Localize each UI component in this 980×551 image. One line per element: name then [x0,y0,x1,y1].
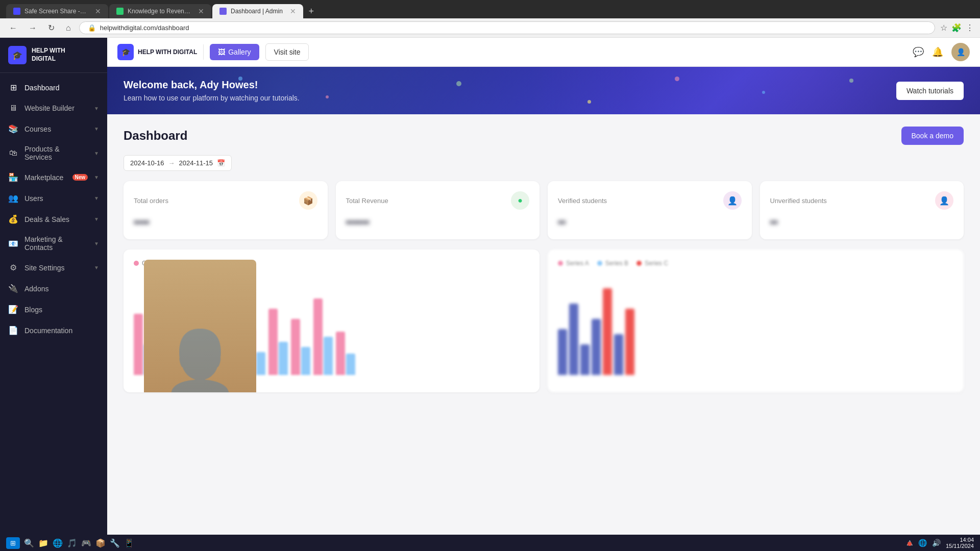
sidebar-item-documentation[interactable]: 📄 Documentation [0,320,107,341]
taskbar-volume-icon[interactable]: 🔊 [932,539,941,547]
documentation-icon: 📄 [8,325,18,335]
bar-revenue-7 [279,342,288,375]
taskbar-tools-icon[interactable]: 🔧 [110,538,120,548]
date-to: 2024-11-15 [179,159,213,167]
sidebar-item-website-builder[interactable]: 🖥 Website Builder ▼ [0,98,107,118]
sidebar-item-marketplace[interactable]: 🏪 Marketplace New ▼ [0,167,107,188]
taskbar-package-icon[interactable]: 📦 [95,538,106,548]
dashboard-title: Dashboard [124,129,187,143]
sidebar-item-marketing-contacts[interactable]: 📧 Marketing & Contacts ▼ [0,230,107,257]
blogs-icon: 📝 [8,305,18,314]
taskbar-date: 15/11/2024 [946,543,974,549]
taskbar-right: ⚠ 🌐 🔊 14:04 15/11/2024 [906,537,974,549]
nav-label-site-settings: Site Settings [24,264,88,272]
new-tab-button[interactable]: + [304,4,318,18]
chart-legend-b: Series B [597,260,628,267]
nav-label-blogs: Blogs [24,306,99,314]
sidebar: 🎓 HELP WITHDIGITAL ⊞ Dashboard 🖥 Website… [0,38,107,535]
stat-label-orders: Total orders [134,197,168,205]
visit-site-button[interactable]: Visit site [265,43,309,61]
stat-card-total-revenue: Total Revenue ● •••••• [336,181,540,239]
tab-close-3[interactable]: ✕ [290,7,296,15]
dashboard-icon: ⊞ [8,83,18,92]
topbar-logo-icon: 🎓 [117,44,134,60]
chevron-down-icon-8: ▼ [94,265,99,270]
content-area: Welcome back, Ady Howes! Learn how to us… [107,67,980,535]
taskbar-time: 14:04 15/11/2024 [946,537,974,549]
taskbar-search-icon[interactable]: 🔍 [24,538,34,548]
nav-label-dashboard: Dashboard [24,84,99,92]
date-range-picker[interactable]: 2024-10-16 → 2024-11-15 📅 [124,155,232,171]
stat-icon-revenue: ● [511,191,529,210]
sidebar-item-deals-sales[interactable]: 💰 Deals & Sales ▼ [0,209,107,230]
welcome-heading: Welcome back, Ady Howes! [124,79,300,91]
sidebar-item-courses[interactable]: 📚 Courses ▼ [0,118,107,139]
bar-s6-1 [614,334,623,375]
start-button[interactable]: ⊞ [6,537,20,549]
address-bar[interactable]: 🔒 helpwithdigital.com/dashboard [79,21,935,34]
chat-icon[interactable]: 💬 [913,46,924,58]
avatar[interactable]: 👤 [951,43,970,61]
bar-s2-1 [569,304,578,375]
bar-group-10 [336,332,355,375]
book-demo-button[interactable]: Book a demo [901,127,964,145]
bell-icon[interactable]: 🔔 [932,46,943,58]
dashboard-header: Dashboard Book a demo [124,127,964,145]
sidebar-item-users[interactable]: 👥 Users ▼ [0,188,107,209]
addons-icon: 🔌 [8,284,18,293]
chevron-down-icon-6: ▼ [94,216,99,222]
taskbar-network-icon[interactable]: 🌐 [918,539,927,547]
sidebar-item-products-services[interactable]: 🛍 Products & Services ▼ [0,139,107,167]
nav-label-products-services: Products & Services [24,145,88,161]
marketplace-badge: New [72,174,88,181]
tab-label-3: Dashboard | Admin [231,8,283,15]
products-icon: 🛍 [8,148,18,158]
welcome-banner: Welcome back, Ady Howes! Learn how to us… [107,67,980,114]
taskbar-phone-icon[interactable]: 📱 [124,538,134,548]
warning-badge [908,542,912,546]
sidebar-item-addons[interactable]: 🔌 Addons [0,278,107,299]
gallery-button[interactable]: 🖼 Gallery [210,44,259,60]
stat-card-total-orders: Total orders 📦 •••• [124,181,328,239]
nav-label-courses: Courses [24,125,88,133]
sidebar-item-site-settings[interactable]: ⚙ Site Settings ▼ [0,257,107,278]
sidebar-item-blogs[interactable]: 📝 Blogs [0,299,107,320]
watch-tutorials-button[interactable]: Watch tutorials [896,82,964,100]
back-button[interactable]: ← [6,22,20,34]
nav-label-marketplace: Marketplace [24,173,66,182]
tab-label-2: Knowledge to Revenue | Desig... [128,8,191,15]
chevron-down-icon-3: ▼ [94,151,99,156]
nav-label-users: Users [24,194,88,203]
taskbar-files-icon[interactable]: 📁 [38,538,48,548]
topbar: 🎓 HELP WITH DIGITAL 🖼 Gallery Visit site… [107,38,980,67]
bar-chart-2 [558,273,953,375]
topbar-logo: 🎓 HELP WITH DIGITAL [117,44,197,60]
app-layout: 🎓 HELP WITHDIGITAL ⊞ Dashboard 🖥 Website… [0,38,980,535]
taskbar-music-icon[interactable]: 🎵 [67,538,77,548]
tab-close-1[interactable]: ✕ [95,7,101,15]
bar-group-7 [268,309,288,375]
sidebar-item-dashboard[interactable]: ⊞ Dashboard [0,77,107,98]
users-icon: 👥 [8,193,18,203]
home-button[interactable]: ⌂ [63,22,74,34]
forward-button[interactable]: → [26,22,40,34]
bar-group-s3 [580,344,590,375]
legend-dot-b [597,261,602,266]
bookmark-icon[interactable]: ☆ [940,23,947,33]
refresh-button[interactable]: ↻ [45,22,58,34]
tab-dashboard[interactable]: Dashboard | Admin ✕ [212,4,303,18]
settings-icon[interactable]: ⋮ [966,23,974,33]
topbar-icons: 💬 🔔 👤 [913,43,970,61]
bar-revenue-10 [346,354,355,375]
taskbar-icons: 🔍 📁 🌐 🎵 🎮 📦 🔧 📱 [24,538,134,548]
extensions-icon[interactable]: 🧩 [951,23,962,33]
taskbar-game-icon[interactable]: 🎮 [81,538,91,548]
taskbar-browser-icon[interactable]: 🌐 [53,538,63,548]
tab-screen-share[interactable]: Safe Screen Share - Share your... ✕ [6,4,108,18]
nav-label-documentation: Documentation [24,327,99,335]
logo-icon: 🎓 [8,46,27,64]
tab-close-2[interactable]: ✕ [198,7,204,15]
tab-knowledge[interactable]: Knowledge to Revenue | Desig... ✕ [109,4,211,18]
bar-group-s7 [625,309,634,375]
stat-card-header-unverified: Unverified students 👤 [770,191,954,210]
